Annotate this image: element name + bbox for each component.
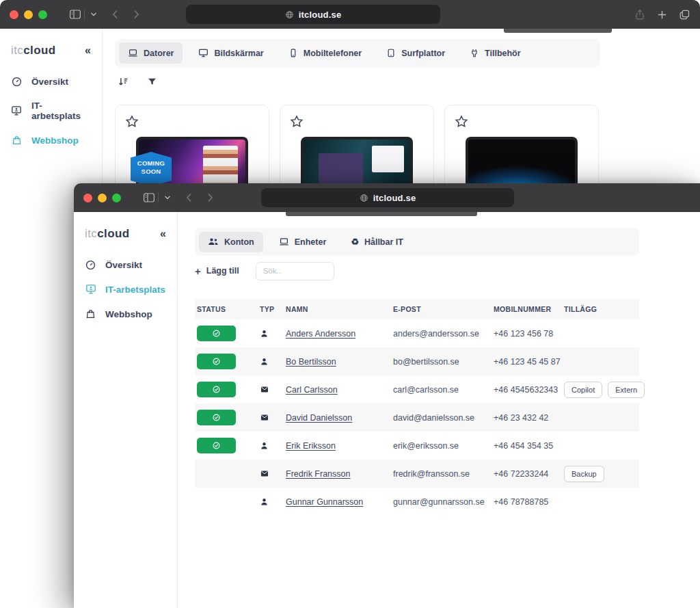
tab-tillbehor[interactable]: Tillbehör bbox=[461, 42, 530, 64]
tab-overview-icon[interactable] bbox=[679, 9, 690, 21]
user-type-icon bbox=[260, 357, 286, 367]
chevron-down-icon[interactable] bbox=[90, 12, 97, 17]
accounts-table: STATUS TYP NAMN E-POST MOBILNUMMER TILLÄ… bbox=[195, 299, 639, 516]
account-name-link[interactable]: Fredrik Fransson bbox=[286, 469, 350, 479]
mobile-text: +46 78788785 bbox=[494, 497, 564, 507]
email-text: gunnar@gunnarsson.se bbox=[393, 497, 494, 507]
account-name-link[interactable]: Bo Bertilsson bbox=[286, 357, 336, 367]
mobile-text: +46 4545632343 bbox=[494, 385, 564, 395]
email-text: anders@andersson.se bbox=[393, 329, 494, 339]
table-row: David Danielsson david@danielsson.se +46… bbox=[195, 404, 639, 432]
sidebar-item-webbshop[interactable]: Webbshop bbox=[0, 129, 102, 151]
mailbox-type-icon bbox=[260, 385, 286, 394]
mailbox-type-icon bbox=[260, 413, 286, 422]
tab-enheter[interactable]: Enheter bbox=[270, 231, 336, 252]
sidebar-collapse-icon[interactable]: « bbox=[85, 44, 91, 57]
addon-button[interactable]: Copilot bbox=[564, 382, 602, 398]
browser-window-it-arbetsplats: itcloud.se itccloud « Översikt IT-arbets… bbox=[74, 183, 700, 608]
minimize-window-button[interactable] bbox=[24, 10, 33, 19]
tab-surfplattor[interactable]: Surfplattor bbox=[377, 42, 454, 64]
recycle-icon: ♻ bbox=[351, 237, 359, 247]
tab-hallbar-it[interactable]: ♻ Hållbar IT bbox=[342, 231, 412, 252]
email-text: david@danielsson.se bbox=[393, 413, 494, 423]
column-header: STATUS bbox=[195, 305, 260, 313]
table-row: Carl Carlsson carl@carlsson.se +46 45456… bbox=[195, 375, 639, 404]
back-button[interactable] bbox=[186, 193, 192, 202]
addons-cell: CopilotExtern bbox=[564, 382, 645, 398]
sidebar-item-webbshop[interactable]: Webbshop bbox=[74, 303, 177, 325]
phone-icon bbox=[288, 48, 298, 58]
account-name-link[interactable]: Erik Eriksson bbox=[286, 441, 336, 451]
favorite-star-icon[interactable] bbox=[455, 115, 468, 129]
tab-konton[interactable]: Konton bbox=[199, 232, 263, 252]
status-badge-active bbox=[197, 354, 236, 369]
minimize-window-button[interactable] bbox=[98, 194, 107, 202]
workstation-icon bbox=[85, 284, 96, 295]
close-window-button[interactable] bbox=[10, 10, 18, 19]
status-badge-active bbox=[197, 410, 236, 425]
laptop-icon bbox=[128, 48, 138, 58]
add-account-button[interactable]: + Lägg till bbox=[195, 266, 239, 276]
address-bar[interactable]: itcloud.se bbox=[186, 5, 440, 24]
user-type-icon bbox=[260, 441, 286, 451]
gauge-icon bbox=[11, 77, 23, 87]
table-header-row: STATUS TYP NAMN E-POST MOBILNUMMER TILLÄ… bbox=[195, 299, 639, 319]
users-icon bbox=[208, 237, 219, 246]
addon-button[interactable]: Extern bbox=[608, 382, 645, 398]
sidebar-item-label: Översikt bbox=[105, 260, 142, 270]
coming-soon-badge: COMING SOON bbox=[131, 152, 172, 187]
favorite-star-icon[interactable] bbox=[125, 115, 139, 129]
forward-button[interactable] bbox=[133, 10, 139, 19]
column-header: TYP bbox=[260, 305, 286, 313]
search-input[interactable] bbox=[256, 262, 334, 280]
sidebar-toggle-icon[interactable] bbox=[69, 9, 81, 20]
app-logo: itccloud bbox=[11, 44, 56, 57]
favorite-star-icon[interactable] bbox=[290, 115, 304, 129]
mobile-text: +46 123 45 45 87 bbox=[494, 357, 564, 367]
sidebar-toggle-icon[interactable] bbox=[143, 192, 155, 203]
filter-icon[interactable] bbox=[147, 77, 157, 90]
chevron-down-icon[interactable] bbox=[164, 195, 171, 200]
sort-icon[interactable] bbox=[118, 76, 129, 90]
address-bar[interactable]: itcloud.se bbox=[261, 188, 514, 207]
back-button[interactable] bbox=[112, 10, 118, 19]
new-tab-icon[interactable] bbox=[657, 10, 667, 20]
account-name-link[interactable]: Anders Andersson bbox=[286, 329, 355, 339]
sidebar-item-label: IT-arbetsplats bbox=[31, 101, 91, 121]
sidebar-item-it-arbetsplats[interactable]: IT-arbetsplats bbox=[74, 278, 177, 300]
column-header: NAMN bbox=[286, 305, 393, 313]
browser-titlebar: itcloud.se bbox=[74, 183, 700, 212]
plus-icon: + bbox=[195, 266, 201, 276]
globe-icon bbox=[285, 10, 294, 19]
zoom-window-button[interactable] bbox=[112, 194, 121, 202]
sidebar-item-oversikt[interactable]: Översikt bbox=[74, 254, 177, 276]
section-tabbar: Konton Enheter ♻ Hållbar IT bbox=[195, 228, 639, 256]
table-row: Anders Andersson anders@andersson.se +46… bbox=[195, 319, 639, 347]
tab-label: Datorer bbox=[144, 49, 174, 58]
tab-datorer[interactable]: Datorer bbox=[119, 42, 183, 64]
zoom-window-button[interactable] bbox=[38, 10, 47, 19]
account-name-link[interactable]: Gunnar Gunnarsson bbox=[286, 497, 363, 507]
close-window-button[interactable] bbox=[83, 194, 92, 202]
email-text: erik@eriksson.se bbox=[393, 441, 494, 451]
table-row: Bo Bertilsson bo@bertilsson.se +46 123 4… bbox=[195, 347, 639, 375]
sidebar-item-label: Översikt bbox=[31, 77, 68, 87]
category-tabbar: Datorer Bildskärmar Mobiltelefoner Surfp… bbox=[115, 39, 600, 67]
share-icon[interactable] bbox=[634, 9, 645, 21]
tab-mobiltelefoner[interactable]: Mobiltelefoner bbox=[280, 42, 371, 64]
shopping-bag-icon bbox=[11, 135, 23, 146]
sidebar-item-oversikt[interactable]: Översikt bbox=[0, 71, 102, 92]
account-name-link[interactable]: David Danielsson bbox=[286, 413, 352, 423]
sidebar-item-it-arbetsplats[interactable]: IT-arbetsplats bbox=[0, 95, 102, 127]
tab-label: Bildskärmar bbox=[214, 49, 263, 58]
column-header: E-POST bbox=[393, 305, 494, 313]
workstation-icon bbox=[11, 105, 23, 116]
status-badge-active bbox=[197, 382, 236, 397]
sidebar-collapse-icon[interactable]: « bbox=[160, 228, 166, 240]
status-badge-active bbox=[197, 326, 236, 341]
account-name-link[interactable]: Carl Carlsson bbox=[286, 385, 338, 395]
forward-button[interactable] bbox=[207, 193, 213, 202]
laptop-icon bbox=[279, 237, 289, 247]
tab-bildskarmar[interactable]: Bildskärmar bbox=[189, 42, 272, 64]
addon-button[interactable]: Backup bbox=[564, 466, 604, 482]
